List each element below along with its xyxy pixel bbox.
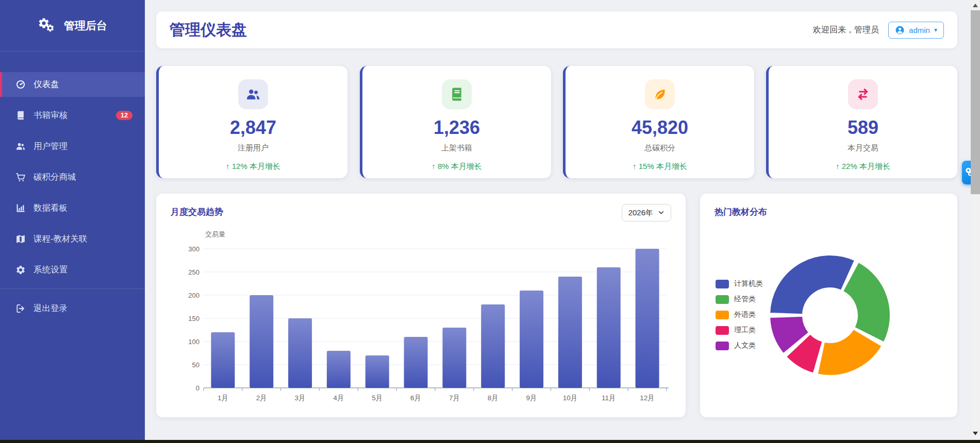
y-tick-label: 0	[196, 384, 200, 392]
bar-3月	[288, 318, 312, 388]
bar-1月	[211, 332, 235, 388]
admin-user-button[interactable]: admin ▾	[888, 22, 944, 39]
stat-label: 本月交易	[769, 143, 957, 153]
bar-chart-title: 月度交易趋势	[171, 206, 223, 218]
stat-trend: ↑ 15% 本月增长	[566, 162, 754, 172]
bar-7月	[442, 328, 466, 388]
x-tick-label: 3月	[295, 394, 306, 402]
sidebar: 管理后台 仪表盘书籍审核12用户管理碳积分商城数据看板课程-教材关联系统设置退出…	[0, 0, 145, 440]
user-avatar-icon	[895, 25, 905, 35]
stat-trend: ↑ 8% 本月增长	[362, 162, 551, 172]
stat-value: 2,847	[159, 117, 347, 139]
y-tick-label: 200	[188, 292, 200, 299]
sidebar-item-data-board[interactable]: 数据看板	[0, 196, 145, 220]
sidebar-item-user-management[interactable]: 用户管理	[0, 134, 145, 159]
y-tick-label: 250	[188, 268, 200, 276]
y-tick-label: 100	[188, 338, 200, 346]
x-tick-label: 11月	[602, 394, 616, 402]
cart-icon	[15, 172, 26, 182]
sidebar-item-label: 课程-教材关联	[34, 233, 88, 245]
bar-chart: 交易量0501001502002503001月2月3月4月5月6月7月8月9月1…	[156, 225, 686, 417]
x-tick-label: 7月	[449, 394, 460, 402]
x-tick-label: 4月	[333, 394, 344, 402]
stat-value: 45,820	[566, 117, 754, 139]
sidebar-item-logout[interactable]: 退出登录	[0, 296, 145, 321]
donut-segment-2	[843, 262, 890, 343]
stat-value: 589	[769, 117, 957, 139]
stat-card-monthly-transactions: 589本月交易↑ 22% 本月增长	[766, 66, 957, 178]
year-select[interactable]: 2026年	[622, 204, 671, 222]
sidebar-item-dashboard[interactable]: 仪表盘	[0, 72, 145, 97]
admin-dashboard-page: 管理后台 仪表盘书籍审核12用户管理碳积分商城数据看板课程-教材关联系统设置退出…	[0, 0, 980, 443]
page-title: 管理仪表盘	[170, 20, 247, 41]
bar-9月	[520, 291, 543, 388]
scrollbar[interactable]	[971, 0, 980, 440]
bar-4月	[327, 351, 351, 388]
sidebar-item-label: 用户管理	[34, 141, 68, 152]
sidebar-item-book-review[interactable]: 书籍审核12	[0, 103, 145, 128]
stat-value: 1,236	[362, 117, 551, 139]
y-axis-label: 交易量	[205, 230, 225, 238]
scroll-up-arrow-icon[interactable]	[973, 4, 978, 7]
stat-card-listed-books: 1,236上架书籍↑ 8% 本月增长	[360, 66, 551, 178]
users-icon	[15, 141, 26, 151]
stat-card-registered-users: 2,847注册用户↑ 12% 本月增长	[156, 66, 347, 178]
donut-segment-1	[770, 255, 855, 314]
x-tick-label: 2月	[256, 394, 267, 402]
sidebar-item-label: 仪表盘	[34, 79, 59, 90]
x-tick-label: 12月	[640, 394, 655, 402]
stat-label: 注册用户	[159, 143, 347, 153]
leaf-icon	[645, 79, 675, 109]
map-icon	[15, 234, 26, 244]
sidebar-item-points-mall[interactable]: 碳积分商城	[0, 165, 145, 190]
bar-6月	[404, 337, 428, 388]
logout-icon	[15, 303, 26, 314]
stat-label: 上架书籍	[362, 143, 551, 153]
admin-username: admin	[909, 26, 930, 35]
notification-badge: 12	[116, 111, 132, 121]
stat-trend: ↑ 12% 本月增长	[159, 162, 347, 172]
page-header: 管理仪表盘 欢迎回来，管理员 admin ▾	[156, 11, 957, 48]
welcome-text: 欢迎回来，管理员	[813, 25, 879, 36]
sidebar-item-settings[interactable]: 系统设置	[0, 258, 145, 282]
bar-5月	[366, 355, 389, 388]
sidebar-item-label: 书籍审核	[34, 110, 68, 121]
chevron-down-icon	[658, 209, 665, 217]
monthly-trend-card: 月度交易趋势 2026年 交易量0501001502002503001月2月3月…	[156, 194, 686, 417]
gauge-icon	[15, 79, 26, 90]
bar-11月	[597, 267, 621, 388]
stat-card-carbon-points: 45,820总碳积分↑ 15% 本月增长	[563, 66, 754, 178]
stat-label: 总碳积分	[566, 143, 754, 153]
app-title: 管理后台	[64, 19, 107, 33]
bar-10月	[558, 277, 582, 388]
y-tick-label: 300	[188, 245, 200, 253]
bar-12月	[636, 249, 659, 388]
textbook-distribution-card: 热门教材分布 计算机类经管类外语类理工类人文类	[700, 194, 957, 417]
donut-chart	[700, 194, 957, 417]
sidebar-item-label: 碳积分商城	[34, 172, 76, 183]
bar-2月	[250, 295, 273, 388]
users-group-icon	[238, 79, 268, 109]
x-tick-label: 5月	[372, 394, 383, 402]
x-tick-label: 9月	[526, 394, 537, 402]
caret-down-icon: ▾	[934, 26, 937, 33]
swap-icon	[848, 79, 878, 109]
window-bottom-edge	[0, 440, 980, 443]
sidebar-item-label: 系统设置	[34, 264, 68, 276]
sidebar-item-label: 退出登录	[34, 303, 68, 314]
y-tick-label: 150	[188, 315, 200, 322]
x-tick-label: 10月	[563, 394, 578, 402]
app-logo: 管理后台	[0, 0, 145, 52]
bar-8月	[481, 304, 505, 388]
sidebar-menu: 仪表盘书籍审核12用户管理碳积分商城数据看板课程-教材关联系统设置退出登录	[0, 52, 145, 321]
y-tick-label: 50	[192, 361, 200, 369]
scroll-down-arrow-icon[interactable]	[973, 432, 978, 435]
gear-icon	[15, 265, 26, 275]
book-green-icon	[442, 79, 472, 109]
x-tick-label: 8月	[488, 394, 499, 402]
stat-trend: ↑ 22% 本月增长	[769, 162, 957, 172]
chart-icon	[15, 203, 26, 213]
x-tick-label: 6月	[410, 394, 421, 402]
sidebar-item-course-textbook[interactable]: 课程-教材关联	[0, 227, 145, 251]
scrollbar-thumb[interactable]	[971, 10, 980, 194]
